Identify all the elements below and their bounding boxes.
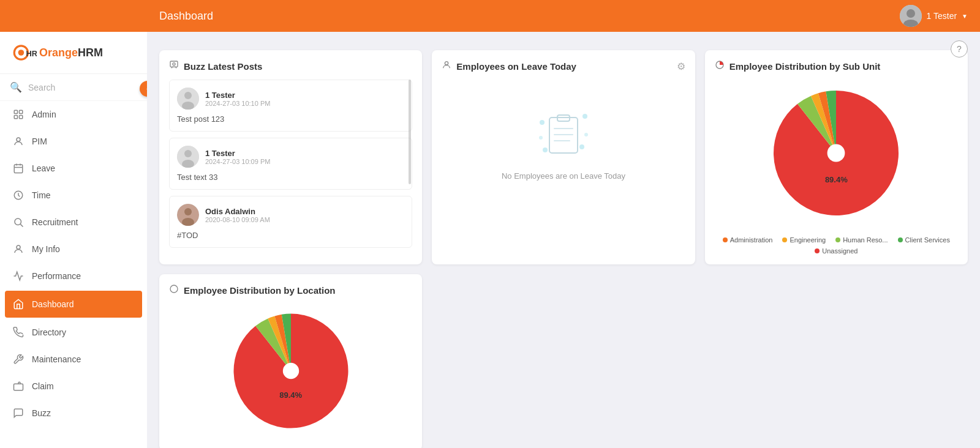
svg-rect-6 [14, 110, 17, 113]
location-pie-chart [224, 304, 358, 438]
svg-rect-19 [14, 384, 23, 390]
sidebar-item-leave-label: Leave [32, 163, 55, 173]
svg-point-35 [543, 147, 548, 152]
svg-rect-7 [20, 110, 23, 113]
settings-icon[interactable]: ⚙ [677, 61, 685, 72]
sidebar-item-performance[interactable]: Performance [0, 263, 147, 289]
maintenance-icon [12, 353, 24, 365]
legend-dot-humanreso [835, 237, 840, 242]
post-avatar [177, 146, 199, 168]
subunit-legend: Administration Engineering Human Reso... [715, 236, 958, 255]
post-avatar [177, 204, 199, 226]
top-header: Dashboard 1 Tester ▼ [0, 0, 980, 32]
leave-icon [12, 162, 24, 174]
sidebar-item-dashboard[interactable]: Dashboard [5, 291, 142, 318]
location-widget-icon [169, 284, 179, 296]
post-content: Test post 123 [177, 114, 404, 124]
performance-icon [12, 270, 24, 282]
sidebar-item-maintenance[interactable]: Maintenance [0, 346, 147, 373]
sidebar-item-myinfo-label: My Info [32, 244, 60, 254]
avatar [900, 5, 922, 27]
sidebar-item-leave[interactable]: Leave [0, 155, 147, 182]
leave-empty-text: No Employees are on Leave Today [502, 171, 625, 181]
buzz-widget-icon [169, 60, 179, 72]
location-widget: Employee Distribution by Location 89.4% [159, 274, 422, 448]
legend-label-unassigned: Unassigned [822, 247, 858, 255]
legend-dot-administration [723, 237, 728, 242]
svg-point-34 [579, 144, 584, 149]
subunit-title-row: Employee Distribution by Sub Unit [715, 60, 881, 72]
post-user: 1 Tester [205, 149, 270, 158]
legend-item-unassigned: Unassigned [815, 247, 858, 255]
legend-item-administration: Administration [723, 236, 773, 244]
search-icon: 🔍 [10, 81, 22, 93]
sidebar-item-time[interactable]: Time [0, 182, 147, 209]
sidebar-item-claim[interactable]: Claim [0, 373, 147, 400]
subunit-pie-container: 89.4% Administration Engineering [715, 80, 958, 255]
post-user: Odis Adalwin [205, 207, 270, 216]
sidebar-item-dashboard-label: Dashboard [32, 299, 74, 309]
svg-point-4 [18, 50, 24, 56]
user-menu[interactable]: 1 Tester ▼ [900, 5, 968, 27]
svg-rect-9 [20, 116, 23, 119]
svg-point-10 [17, 138, 20, 141]
svg-point-46 [282, 363, 298, 379]
svg-point-44 [827, 144, 845, 162]
sidebar-item-pim-label: PIM [32, 136, 47, 146]
svg-rect-20 [170, 61, 178, 67]
svg-rect-11 [14, 165, 23, 173]
legend-dot-clientservices [898, 237, 903, 242]
svg-point-21 [173, 63, 175, 65]
sidebar-item-buzz[interactable]: Buzz [0, 400, 147, 427]
sidebar-item-recruitment[interactable]: Recruitment [0, 209, 147, 236]
claim-icon [12, 380, 24, 392]
search-bar[interactable]: 🔍 Search [0, 74, 147, 101]
legend-label-engineering: Engineering [790, 236, 826, 244]
post-date: 2024-27-03 10:10 PM [205, 100, 270, 107]
svg-point-32 [540, 120, 545, 125]
legend-dot-unassigned [815, 248, 820, 253]
location-widget-header: Employee Distribution by Location [169, 284, 412, 296]
sidebar-item-myinfo[interactable]: My Info [0, 236, 147, 263]
svg-point-26 [184, 150, 192, 157]
leave-widget-icon [442, 60, 451, 72]
legend-item-clientservices: Client Services [898, 236, 950, 244]
sidebar-item-admin[interactable]: Admin [0, 101, 147, 128]
user-name: 1 Tester [927, 11, 957, 21]
leave-empty-state: No Employees are on Leave Today [442, 80, 685, 205]
svg-point-23 [184, 92, 192, 99]
leave-widget-title: Employees on Leave Today [456, 61, 576, 72]
logo: HRM OrangeHRM [0, 32, 147, 74]
buzz-title-row: Buzz Latest Posts [169, 60, 262, 72]
sidebar-item-maintenance-label: Maintenance [32, 354, 81, 364]
svg-point-18 [17, 245, 20, 249]
legend-item-engineering: Engineering [782, 236, 826, 244]
svg-rect-8 [14, 116, 17, 119]
sidebar-item-pim[interactable]: PIM [0, 128, 147, 155]
help-button[interactable]: ? [951, 40, 968, 58]
sidebar: HRM OrangeHRM 🔍 Search Admin PIM [0, 32, 147, 448]
scrollbar[interactable] [409, 80, 411, 184]
location-widget-title: Employee Distribution by Location [184, 285, 336, 296]
svg-point-29 [184, 208, 192, 215]
buzz-icon [12, 407, 24, 419]
svg-point-45 [170, 285, 178, 293]
leave-widget: Employees on Leave Today ⚙ [432, 50, 695, 264]
svg-point-31 [445, 62, 448, 65]
subunit-widget-header: Employee Distribution by Sub Unit [715, 60, 958, 72]
legend-dot-engineering [782, 237, 787, 242]
post-avatar [177, 88, 199, 110]
location-percentage: 89.4% [279, 390, 302, 400]
svg-point-37 [584, 133, 588, 136]
post-header: 1 Tester 2024-27-03 10:10 PM [177, 88, 404, 110]
dashboard-icon [12, 298, 24, 310]
subunit-pie-chart [763, 80, 910, 226]
buzz-post: 1 Tester 2024-27-03 10:09 PM Test text 3… [169, 138, 412, 190]
buzz-widget: Buzz Latest Posts 1 Tester 2024-27-03 10… [159, 50, 422, 264]
sidebar-item-directory[interactable]: Directory [0, 319, 147, 346]
subunit-widget-title: Employee Distribution by Sub Unit [729, 61, 881, 72]
buzz-widget-title: Buzz Latest Posts [184, 61, 262, 72]
sidebar-item-buzz-label: Buzz [32, 408, 51, 418]
leave-title-row: Employees on Leave Today [442, 60, 576, 72]
svg-point-16 [15, 218, 21, 225]
